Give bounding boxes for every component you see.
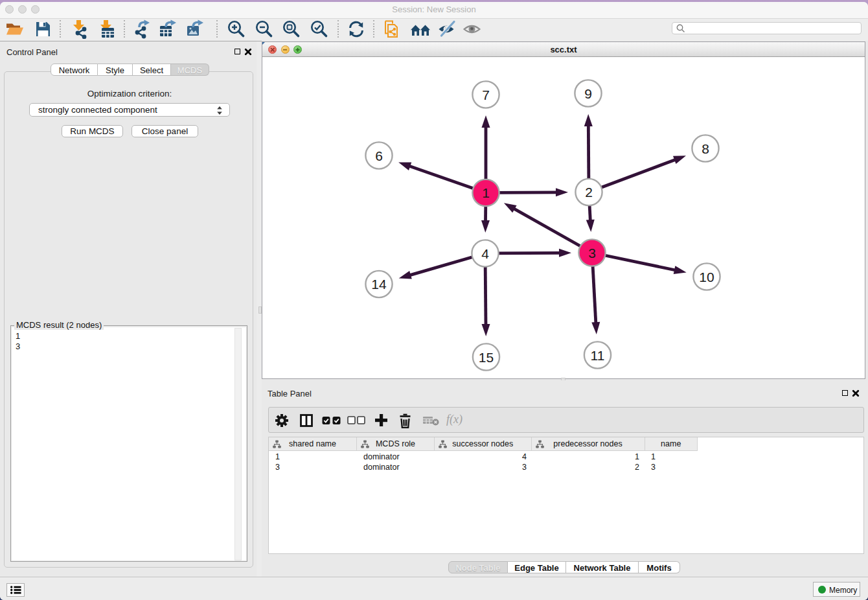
svg-text:1: 1: [482, 185, 490, 200]
svg-text:8: 8: [702, 141, 709, 156]
svg-text:6: 6: [375, 148, 383, 163]
svg-text:7: 7: [482, 87, 490, 102]
svg-text:10: 10: [699, 270, 714, 284]
svg-text:4: 4: [481, 246, 489, 261]
svg-text:14: 14: [371, 277, 387, 292]
svg-text:9: 9: [584, 86, 592, 101]
svg-text:15: 15: [479, 350, 494, 365]
svg-text:2: 2: [585, 185, 593, 200]
svg-text:11: 11: [591, 348, 605, 363]
svg-text:3: 3: [588, 246, 596, 260]
